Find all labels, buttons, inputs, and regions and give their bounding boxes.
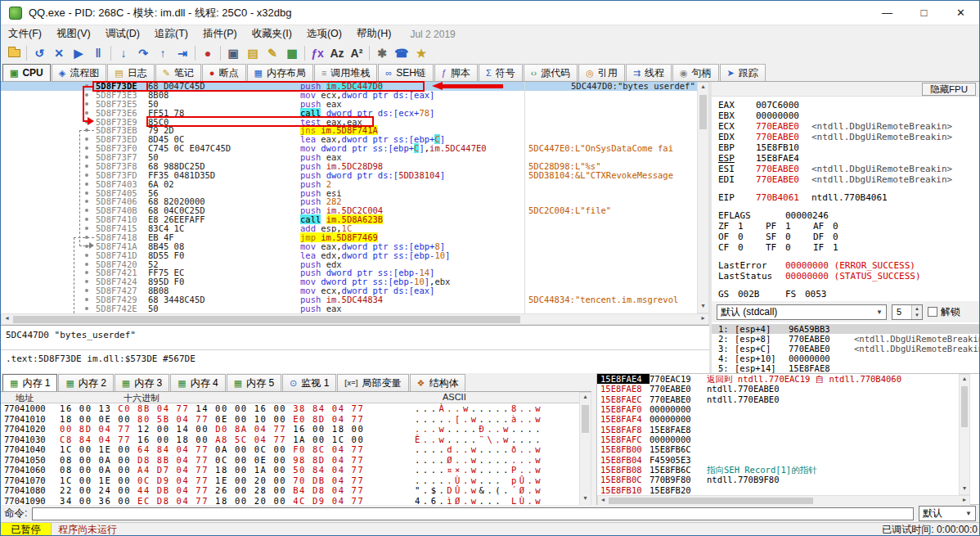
stack-row[interactable]: 15E8FB0815E8FB6C指向SEH_Record[1]的指针 bbox=[597, 465, 959, 475]
disasm-vscrollbar[interactable]: ▴ ▾ bbox=[697, 82, 709, 313]
register-line[interactable]: LastError00000000 (ERROR_SUCCESS) bbox=[718, 260, 976, 271]
call-arg-row[interactable]: 1:[esp+4]96A59BB3 bbox=[712, 324, 980, 334]
stack-row[interactable]: 15E8FAEC770EABE0ntdll.770EABE0 bbox=[597, 394, 959, 404]
menu-item-6[interactable]: 选项(O) bbox=[299, 25, 349, 43]
disasm-row[interactable]: 5D8F741D8D55 F0lea edx,dword ptr ss:[ebp… bbox=[1, 251, 697, 260]
breakpoint-dot-icon[interactable] bbox=[85, 307, 88, 310]
breakpoint-dot-icon[interactable] bbox=[85, 155, 88, 159]
scrollbar-thumb[interactable] bbox=[582, 405, 589, 433]
run-button[interactable]: ▶ bbox=[69, 44, 88, 62]
register-line[interactable]: GS002BFS0053 bbox=[718, 289, 976, 300]
tab-watch-1[interactable]: ⊙监视 1 bbox=[282, 374, 336, 391]
breakpoint-dot-icon[interactable] bbox=[85, 289, 88, 292]
register-line[interactable]: EBP15E8FB10 bbox=[718, 142, 976, 153]
tab-source[interactable]: ‹›源代码 bbox=[524, 64, 578, 81]
stack-row[interactable]: 15E8FB04F45905E3 bbox=[597, 455, 959, 465]
breakpoint-dot-icon[interactable] bbox=[85, 120, 88, 124]
breakpoint-dot-icon[interactable] bbox=[85, 236, 88, 239]
tab-memory-3[interactable]: ▦内存 3 bbox=[115, 374, 169, 391]
dump-row[interactable]: 7704100016 00 13 C0 8B 04 77 14 00 00 16… bbox=[1, 403, 579, 414]
breakpoint-dot-icon[interactable] bbox=[85, 173, 88, 177]
cpu-window-button[interactable]: ▣ bbox=[223, 44, 243, 62]
unlock-checkbox[interactable] bbox=[928, 307, 937, 317]
breakpoint-dot-icon[interactable] bbox=[85, 245, 88, 248]
disasm-row[interactable]: 5D8F74036A 02push 2 bbox=[1, 180, 697, 189]
tab-locals[interactable]: [x=]局部变量 bbox=[337, 374, 408, 391]
breakpoint-dot-icon[interactable] bbox=[85, 164, 88, 168]
tab-script[interactable]: ƒ脚本 bbox=[434, 64, 478, 81]
dump-row[interactable]: 770410701C 00 1E 00 0C D9 04 77 1E 00 20… bbox=[1, 475, 579, 486]
dump-row[interactable]: 770410401C 00 1E 00 64 84 04 77 0A 00 0C… bbox=[1, 444, 579, 455]
scrollbar-thumb[interactable] bbox=[609, 498, 813, 504]
stack-row[interactable]: 15E8FB0015E8FB6C bbox=[597, 444, 959, 454]
patch-a2-button[interactable]: A² bbox=[347, 44, 366, 62]
menu-item-2[interactable]: 调试(D) bbox=[98, 25, 147, 43]
breakpoint-dot-icon[interactable] bbox=[85, 227, 88, 230]
breakpoint-dot-icon[interactable] bbox=[85, 254, 88, 257]
breakpoint-dot-icon[interactable] bbox=[85, 218, 88, 221]
register-line[interactable]: EBX00000000 bbox=[718, 110, 976, 121]
tab-log[interactable]: ▤日志 bbox=[107, 64, 154, 81]
call-arg-row[interactable]: 2:[esp+8]770EABE0<ntdll.DbgUiRemoteBreak… bbox=[712, 334, 980, 344]
stack-row[interactable]: 15E8FB1015E8FB20 bbox=[597, 485, 959, 495]
breakpoint-dot-icon[interactable] bbox=[85, 209, 88, 212]
hide-fpu-button[interactable]: 隐藏FPU bbox=[922, 83, 976, 96]
dump-row[interactable]: 7704106008 00 0A 00 A4 D7 04 77 18 00 1A… bbox=[1, 465, 579, 475]
call-arg-row[interactable]: 5:[esp+14]15E8FAE8 bbox=[712, 363, 980, 373]
minimize-button[interactable]: — bbox=[869, 1, 906, 25]
register-line[interactable]: ESP15E8FAE4 bbox=[718, 153, 976, 164]
dump-row[interactable]: 77041030C8 84 04 77 16 00 18 00 A8 5C 04… bbox=[1, 435, 579, 445]
command-input[interactable] bbox=[32, 507, 914, 520]
tab-memory-5[interactable]: ▦内存 5 bbox=[227, 374, 281, 391]
breakpoint-dot-icon[interactable] bbox=[85, 191, 88, 195]
run-to-user-code-button[interactable]: ⇥ bbox=[173, 44, 192, 62]
menu-item-0[interactable]: 文件(F) bbox=[1, 25, 49, 43]
close-button[interactable]: ✕ bbox=[942, 1, 979, 25]
calling-convention-select[interactable]: 默认 (stdcall) ▼ bbox=[717, 304, 887, 320]
register-line[interactable]: EAX007C6000 bbox=[718, 100, 976, 110]
restart-button[interactable]: ↺ bbox=[29, 44, 49, 62]
disasm-row[interactable]: 5D8F73FDFF35 0481D35Dpush dword ptr ds:[… bbox=[1, 171, 697, 180]
scrollbar-thumb[interactable] bbox=[13, 316, 520, 323]
register-line[interactable]: EDI770EABE0<ntdll.DbgUiRemoteBreakin> bbox=[718, 174, 976, 185]
tab-trace[interactable]: ➤跟踪 bbox=[720, 64, 766, 81]
open-file-button[interactable] bbox=[4, 44, 24, 62]
breakpoint-dot-icon[interactable] bbox=[85, 128, 88, 132]
menu-item-1[interactable]: 视图(V) bbox=[49, 25, 98, 43]
tab-handles[interactable]: ◉句柄 bbox=[672, 64, 719, 81]
pause-button[interactable]: ‖ bbox=[88, 44, 108, 62]
tab-memory-map[interactable]: ▦内存布局 bbox=[247, 64, 313, 81]
command-profile-select[interactable]: 默认 ▼ bbox=[919, 506, 976, 521]
memory-map-button[interactable]: ▦ bbox=[282, 44, 302, 62]
menu-item-7[interactable]: 帮助(H) bbox=[349, 25, 398, 43]
dump-row[interactable]: 7704102000 8D 04 77 12 00 14 00 D0 8A 04… bbox=[1, 424, 579, 435]
breakpoint-dot-icon[interactable] bbox=[85, 182, 88, 186]
register-line[interactable]: CF0TF0IF1 bbox=[718, 242, 976, 253]
breakpoint-dot-icon[interactable] bbox=[85, 298, 88, 301]
register-line[interactable]: OF0SF0DF0 bbox=[718, 232, 976, 242]
stack-row[interactable]: 15E8FAF400000000 bbox=[597, 414, 959, 424]
register-line[interactable]: LastStatus00000000 (STATUS_SUCCESS) bbox=[718, 271, 976, 282]
register-line[interactable]: EIP770B4061ntdll.770B4061 bbox=[718, 192, 976, 203]
tab-notes[interactable]: ✎笔记 bbox=[155, 64, 201, 81]
tab-cpu[interactable]: ▣CPU bbox=[2, 64, 51, 81]
register-line[interactable]: ESI770EABE0<ntdll.DbgUiRemoteBreakin> bbox=[718, 164, 976, 174]
dump-row[interactable]: 7704101018 00 0E 00 80 5B 04 77 0E 00 10… bbox=[1, 414, 579, 425]
calculator-fx-button[interactable]: ƒx bbox=[308, 44, 327, 62]
tab-memory-1[interactable]: ▦内存 1 bbox=[2, 374, 57, 391]
scrollbar-thumb[interactable] bbox=[961, 386, 968, 427]
log-window-button[interactable]: ▤ bbox=[243, 44, 263, 62]
call-arg-row[interactable]: 3:[esp+C]770EABE0<ntdll.DbgUiRemoteBreak… bbox=[712, 344, 980, 354]
tab-breakpoints[interactable]: ●断点 bbox=[202, 64, 246, 81]
breakpoint-dot-icon[interactable] bbox=[85, 93, 88, 97]
breakpoint-dot-icon[interactable] bbox=[85, 137, 88, 141]
tab-graph[interactable]: ◈流程图 bbox=[52, 64, 106, 81]
breakpoint-dot-icon[interactable] bbox=[85, 146, 88, 150]
register-line[interactable]: ECX770EABE0<ntdll.DbgUiRemoteBreakin> bbox=[718, 121, 976, 132]
scrollbar-thumb[interactable] bbox=[699, 95, 707, 129]
tab-call-stack[interactable]: ≡调用堆栈 bbox=[314, 64, 377, 81]
disasm-row[interactable]: 5D8F742E50push eax bbox=[1, 304, 697, 313]
report-bug-button[interactable]: ☎ bbox=[392, 44, 411, 62]
stack-row[interactable]: 15E8FB0C770B9F80ntdll.770B9F80 bbox=[597, 475, 959, 484]
tab-references[interactable]: ◎引用 bbox=[578, 64, 625, 81]
